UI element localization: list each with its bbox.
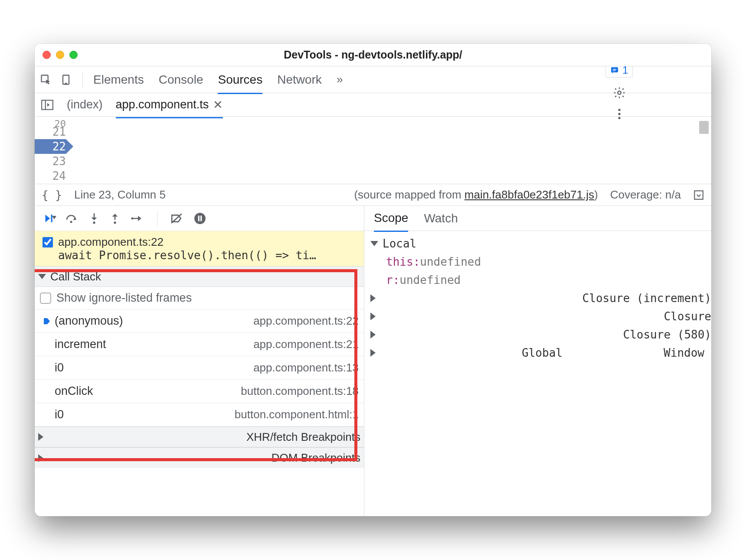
chevron-down-icon[interactable] xyxy=(693,189,704,201)
frame-location: button.component.html:1 xyxy=(235,408,359,421)
frame-location: app.component.ts:21 xyxy=(253,338,359,351)
source-map-link[interactable]: main.fa8bfa0e23f1eb71.js xyxy=(465,188,594,201)
separator xyxy=(157,211,157,226)
chevron-right-icon xyxy=(370,331,619,339)
code-editor[interactable]: 20 21 22 23 24 async increment() { await… xyxy=(35,117,711,184)
call-stack-header[interactable]: Call Stack xyxy=(35,266,364,287)
line-number[interactable]: 21 xyxy=(35,124,66,139)
cursor-position: Line 23, Column 5 xyxy=(74,188,166,202)
svg-rect-25 xyxy=(200,215,202,221)
scope-tree[interactable]: Local this: undefined r: undefined Closu… xyxy=(364,231,711,362)
svg-point-17 xyxy=(93,221,95,224)
scope-global[interactable]: GlobalWindow xyxy=(367,344,711,362)
svg-point-19 xyxy=(114,221,116,224)
titlebar: DevTools - ng-devtools.netlify.app/ xyxy=(35,44,711,66)
tab-scope[interactable]: Scope xyxy=(374,211,408,232)
scope-local[interactable]: Local xyxy=(367,234,711,253)
main-toolbar: Elements Console Sources Network » 1 1 xyxy=(35,66,711,93)
step-into-icon[interactable] xyxy=(89,212,99,225)
step-out-icon[interactable] xyxy=(110,212,120,225)
tab-network[interactable]: Network xyxy=(277,73,322,87)
line-number-current[interactable]: 22 xyxy=(35,139,66,154)
svg-point-15 xyxy=(70,221,72,223)
debugger-toolbar xyxy=(35,206,364,231)
line-number[interactable]: 23 xyxy=(35,154,66,169)
scope-tabs: Scope Watch xyxy=(364,206,711,231)
pause-exceptions-icon[interactable] xyxy=(194,212,206,225)
code-line xyxy=(76,146,711,154)
breakpoint-file[interactable]: app.component.ts:22 xyxy=(58,235,164,249)
navigator-toggle-icon[interactable] xyxy=(41,99,54,111)
breakpoint-snippet: await Promise.resolve().then(() => ti… xyxy=(43,249,356,262)
chevron-right-icon xyxy=(38,454,267,462)
frame-function: i0 xyxy=(55,408,235,421)
show-ignored-row[interactable]: Show ignore-listed frames xyxy=(35,287,364,309)
scope-closure[interactable]: Closure (increment) xyxy=(367,289,711,307)
call-stack-frame[interactable]: onClickbutton.component.ts:18 xyxy=(35,380,364,403)
chevron-down-icon xyxy=(370,241,378,246)
dom-breakpoints-header[interactable]: DOM Breakpoints xyxy=(35,447,364,468)
pretty-print-icon[interactable]: { } xyxy=(42,189,62,202)
chevron-right-icon xyxy=(370,313,659,320)
checkbox-unchecked-icon[interactable] xyxy=(40,293,51,304)
call-stack-frame[interactable]: i0app.component.ts:13 xyxy=(35,356,364,380)
chevron-down-icon xyxy=(38,274,46,279)
debugger-pane: app.component.ts:22 await Promise.resolv… xyxy=(35,206,711,516)
tab-watch[interactable]: Watch xyxy=(424,212,458,225)
current-frame-icon xyxy=(43,317,52,326)
inspect-icon[interactable] xyxy=(40,74,52,86)
scope-variable[interactable]: r: undefined xyxy=(367,271,711,289)
call-stack-list: (anonymous)app.component.ts:22incrementa… xyxy=(35,309,364,427)
scope-variable[interactable]: this: undefined xyxy=(367,253,711,271)
scope-closure[interactable]: Closure xyxy=(367,307,711,326)
svg-rect-13 xyxy=(694,191,703,199)
file-tab-app-component[interactable]: app.component.ts ✕ xyxy=(116,98,223,118)
close-tab-icon[interactable]: ✕ xyxy=(213,98,223,112)
tab-elements[interactable]: Elements xyxy=(93,73,144,87)
frame-function: increment xyxy=(55,338,253,351)
frame-location: app.component.ts:22 xyxy=(253,314,359,328)
call-stack-frame[interactable]: i0button.component.html:1 xyxy=(35,403,364,427)
step-over-icon[interactable] xyxy=(65,213,78,224)
tab-sources[interactable]: Sources xyxy=(218,73,262,94)
call-stack-frame[interactable]: incrementapp.component.ts:21 xyxy=(35,333,364,356)
line-number[interactable]: 24 xyxy=(35,169,66,183)
frame-location: app.component.ts:13 xyxy=(253,361,359,374)
resume-icon[interactable] xyxy=(43,213,54,224)
editor-statusbar: { } Line 23, Column 5 (source mapped fro… xyxy=(35,184,711,206)
separator xyxy=(82,72,83,87)
breakpoint-banner: app.component.ts:22 await Promise.resolv… xyxy=(35,231,364,266)
code-area[interactable]: async increment() { await Promise.resolv… xyxy=(69,117,711,184)
svg-rect-4 xyxy=(611,67,618,72)
frame-function: onClick xyxy=(55,384,241,398)
frame-location: button.component.ts:18 xyxy=(241,384,359,398)
breakpoint-checkbox[interactable] xyxy=(43,237,53,247)
devtools-window: DevTools - ng-devtools.netlify.app/ Elem… xyxy=(35,44,711,516)
frame-function: (anonymous) xyxy=(55,314,253,328)
window-title: DevTools - ng-devtools.netlify.app/ xyxy=(35,49,711,61)
file-tab-index[interactable]: (index) xyxy=(67,98,103,111)
coverage-info: Coverage: n/a xyxy=(610,188,681,202)
tab-console[interactable]: Console xyxy=(159,73,203,87)
panel-tabs: Elements Console Sources Network » xyxy=(93,73,343,87)
scrollbar-thumb[interactable] xyxy=(699,121,709,134)
chevron-right-icon xyxy=(38,433,242,441)
svg-rect-24 xyxy=(198,215,200,221)
call-stack-frame[interactable]: (anonymous)app.component.ts:22 xyxy=(35,309,364,333)
line-number: 20 xyxy=(35,117,66,124)
file-tabs: (index) app.component.ts ✕ xyxy=(35,93,711,117)
svg-point-21 xyxy=(131,217,134,219)
debugger-right: Scope Watch Local this: undefined r: und… xyxy=(364,206,711,516)
chevron-right-icon xyxy=(370,294,578,302)
line-gutter: 20 21 22 23 24 xyxy=(35,117,69,183)
deactivate-breakpoints-icon[interactable] xyxy=(170,213,183,224)
device-toggle-icon[interactable] xyxy=(60,74,72,86)
tab-overflow[interactable]: » xyxy=(337,73,343,86)
step-icon[interactable] xyxy=(131,214,144,223)
debugger-left: app.component.ts:22 await Promise.resolv… xyxy=(35,206,364,516)
svg-point-23 xyxy=(194,213,206,224)
scope-closure[interactable]: Closure (580) xyxy=(367,326,711,344)
xhr-breakpoints-header[interactable]: XHR/fetch Breakpoints xyxy=(35,427,364,447)
source-map-info: (source mapped from main.fa8bfa0e23f1eb7… xyxy=(354,188,598,202)
code-line: async increment() { xyxy=(76,183,711,184)
